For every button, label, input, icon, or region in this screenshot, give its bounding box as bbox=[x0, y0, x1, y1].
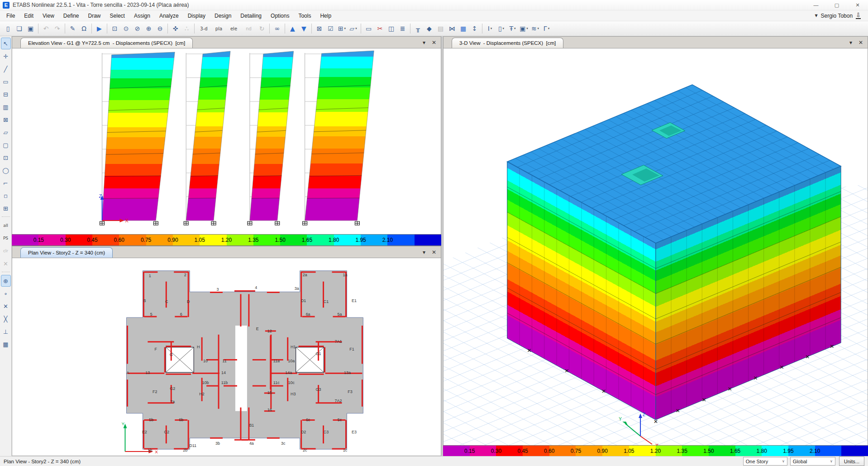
snap-ends-icon[interactable]: ∘ bbox=[1, 288, 11, 299]
draw-poly-icon[interactable]: ⌐ bbox=[1, 177, 11, 189]
view3d-canvas[interactable]: ✕✕✕✕ ✕✕✕✕ ✕✕✕ Y Z ✕ bbox=[443, 48, 868, 445]
user-area[interactable]: ▼ Sergio Tobon ⇩ bbox=[815, 12, 866, 19]
run-analysis-icon[interactable]: ▶ bbox=[94, 23, 105, 34]
menu-edit[interactable]: Edit bbox=[19, 11, 38, 20]
frame-props-icon[interactable]: ╥ bbox=[412, 23, 424, 34]
download-icon[interactable]: ⇩ bbox=[856, 12, 861, 19]
draw-grid-icon[interactable]: ⊞ bbox=[1, 202, 11, 214]
strip-icon[interactable]: ▤ bbox=[435, 23, 446, 34]
draw-rectangle-icon[interactable]: ▭ bbox=[363, 23, 374, 34]
previous-zoom-icon[interactable]: ⊘ bbox=[132, 23, 143, 34]
tab-elevation-view[interactable]: Elevation View - G1 @ Y=722.5 cm - Displ… bbox=[20, 38, 193, 48]
open-file-icon[interactable]: ❏ bbox=[14, 23, 25, 34]
maximize-button[interactable]: ▢ bbox=[826, 0, 847, 10]
select-check-icon[interactable]: ☑ bbox=[325, 23, 336, 34]
undo-icon[interactable]: ↶ bbox=[40, 23, 52, 34]
window-close-icon[interactable]: ✕ bbox=[432, 39, 436, 46]
tab-plan-view[interactable]: Plan View - Story2 - Z = 340 (cm) bbox=[20, 247, 113, 258]
draw-column-icon[interactable]: ⊟ bbox=[1, 88, 11, 100]
minimize-button[interactable]: — bbox=[806, 0, 826, 10]
view-3d-button[interactable]: 3-d bbox=[196, 23, 211, 34]
reshape-tool-icon[interactable]: ✛ bbox=[1, 50, 11, 62]
user-dropdown-caret-icon[interactable]: ▼ bbox=[815, 14, 817, 18]
section-channel-icon[interactable]: Γ▾ bbox=[541, 23, 552, 34]
menu-view[interactable]: View bbox=[38, 11, 59, 20]
new-model-icon[interactable]: ▯ bbox=[2, 23, 14, 34]
drop-panel-icon[interactable]: ◆ bbox=[424, 23, 435, 34]
clear-selection-button[interactable]: clr bbox=[1, 245, 11, 257]
close-button[interactable]: ✕ bbox=[847, 0, 868, 10]
window-menu-caret-icon[interactable]: ▾ bbox=[423, 39, 425, 46]
deselect-icon[interactable]: ✕ bbox=[1, 258, 11, 269]
story-selector[interactable]: One Story∨ bbox=[743, 457, 787, 466]
snap-intersections-icon[interactable]: ╳ bbox=[1, 313, 11, 325]
snap-points-icon[interactable]: ⊕ bbox=[1, 275, 11, 287]
view-nd-button[interactable]: nd bbox=[241, 23, 256, 34]
draw-brace-icon[interactable]: ⊠ bbox=[1, 114, 11, 125]
section-I-icon[interactable]: I▾ bbox=[484, 23, 496, 34]
draw-rect-area-icon[interactable]: ▢ bbox=[1, 139, 11, 151]
menu-draw[interactable]: Draw bbox=[84, 11, 105, 20]
redo-icon[interactable]: ↷ bbox=[52, 23, 63, 34]
menu-display[interactable]: Display bbox=[183, 11, 210, 20]
plan-view-canvas[interactable]: Y X 12BCD56343aE2a1aD1C1E16a5aFGH1011A13… bbox=[12, 258, 441, 456]
menu-analyze[interactable]: Analyze bbox=[155, 11, 183, 20]
window-menu-caret-icon[interactable]: ▾ bbox=[423, 249, 425, 255]
select-object-icon[interactable]: ⊠ bbox=[314, 23, 325, 34]
window-menu-caret-icon[interactable]: ▾ bbox=[849, 39, 852, 46]
zoom-out-icon[interactable]: ⊖ bbox=[154, 23, 166, 34]
assign-area-icon[interactable]: ▱▾ bbox=[348, 23, 359, 34]
draw-line-icon[interactable]: ╱ bbox=[1, 63, 11, 75]
window-close-icon[interactable]: ✕ bbox=[432, 249, 436, 255]
resize-icon[interactable]: ↕ bbox=[469, 23, 480, 34]
draw-wall-icon[interactable]: ▥ bbox=[1, 101, 11, 113]
draw-pencil-icon[interactable]: ✎ bbox=[67, 23, 78, 34]
pointer-tool-icon[interactable]: ↖ bbox=[1, 38, 11, 49]
zoom-in-icon[interactable]: ⊕ bbox=[143, 23, 154, 34]
draw-frame-icon[interactable]: ▭ bbox=[1, 76, 11, 87]
pan-icon[interactable]: ✜ bbox=[170, 23, 181, 34]
draw-circle-icon[interactable]: ◯ bbox=[1, 164, 11, 176]
object-view-settings-icon[interactable]: ∞ bbox=[272, 23, 283, 34]
tendon-icon[interactable]: ⋈ bbox=[446, 23, 458, 34]
menu-assign[interactable]: Assign bbox=[129, 11, 155, 20]
menu-select[interactable]: Select bbox=[105, 11, 129, 20]
restore-full-view-icon[interactable]: ⊙ bbox=[120, 23, 132, 34]
section-rect-icon[interactable]: ▯▾ bbox=[496, 23, 507, 34]
menu-define[interactable]: Define bbox=[59, 11, 84, 20]
tab-3d-view[interactable]: 3-D View - Displacements (SPECX) [cm] bbox=[452, 38, 563, 48]
rotate-3d-view-icon[interactable]: ↻ bbox=[256, 23, 267, 34]
units-button[interactable]: Units... bbox=[839, 456, 864, 466]
menu-design[interactable]: Design bbox=[210, 11, 236, 20]
show-tables-icon[interactable]: ▦ bbox=[458, 23, 469, 34]
menu-options[interactable]: Options bbox=[266, 11, 294, 20]
draw-node-icon[interactable]: ▫ bbox=[1, 190, 11, 202]
menu-tools[interactable]: Tools bbox=[294, 11, 315, 20]
save-icon[interactable]: ▣ bbox=[25, 23, 36, 34]
menu-help[interactable]: Help bbox=[315, 11, 336, 20]
move-down-story-icon[interactable]: ▼ bbox=[298, 23, 310, 34]
menu-detailing[interactable]: Detailing bbox=[236, 11, 266, 20]
snap-midpoints-icon[interactable]: ✕ bbox=[1, 300, 11, 312]
elevation-view-canvas[interactable]: Z X bbox=[12, 48, 441, 234]
select-all-button[interactable]: all bbox=[1, 220, 11, 231]
draw-wall-icon[interactable]: ◫ bbox=[386, 23, 397, 34]
section-zigzag-icon[interactable]: ≋▾ bbox=[529, 23, 541, 34]
window-close-icon[interactable]: ✕ bbox=[858, 39, 863, 46]
coordinate-system-selector[interactable]: Global∨ bbox=[790, 457, 835, 466]
section-box-icon[interactable]: ▣▾ bbox=[518, 23, 529, 34]
lock-model-icon[interactable]: Ω bbox=[78, 23, 90, 34]
draw-gridlines-icon[interactable]: ≣ bbox=[397, 23, 408, 34]
menu-file[interactable]: File bbox=[2, 11, 19, 20]
view-elevation-button[interactable]: ele bbox=[226, 23, 241, 34]
draw-area-icon[interactable]: ▱ bbox=[1, 126, 11, 138]
snap-grid-icon[interactable]: ▦ bbox=[1, 338, 11, 350]
section-T-icon[interactable]: Ŧ▾ bbox=[507, 23, 518, 34]
view-plan-button[interactable]: pla bbox=[211, 23, 226, 34]
rubber-band-zoom-icon[interactable]: ⊡ bbox=[109, 23, 120, 34]
walkthrough-icon[interactable]: ∴ bbox=[181, 23, 192, 34]
snap-perpendicular-icon[interactable]: ⊥ bbox=[1, 326, 11, 337]
snip-icon[interactable]: ✂ bbox=[374, 23, 386, 34]
move-up-story-icon[interactable]: ▲ bbox=[287, 23, 298, 34]
assign-joint-icon[interactable]: ⊞▾ bbox=[336, 23, 348, 34]
